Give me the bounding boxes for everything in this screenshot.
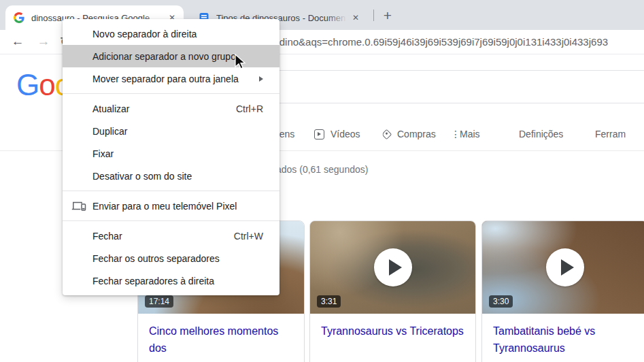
logo-letter: G: [16, 68, 39, 101]
menu-item-fechar-a-direita[interactable]: Fechar separadores à direita: [63, 269, 279, 292]
address-bar[interactable]: =dino&aqs=chrome.0.69i59j46i39j69i539j69…: [273, 36, 644, 48]
menu-item-label: Fechar separadores à direita: [92, 276, 214, 286]
close-tab-icon[interactable]: ✕: [350, 12, 362, 24]
menu-shortcut: Ctrl+R: [236, 103, 263, 114]
nav-compras[interactable]: Compras: [397, 129, 436, 139]
menu-divider: [63, 191, 279, 191]
video-duration-badge: 3:31: [317, 295, 341, 308]
video-title[interactable]: Cinco melhores momentos dos: [138, 314, 304, 357]
menu-item-enviar-para-pixel[interactable]: Enviar para o meu telemóvel Pixel: [63, 195, 279, 217]
menu-item-label: Adicionar separador a novo grupo: [92, 51, 236, 62]
menu-item-adicionar-a-grupo[interactable]: Adicionar separador a novo grupo: [63, 45, 279, 67]
nav-mais[interactable]: Mais: [460, 129, 480, 139]
menu-item-label: Atualizar: [92, 103, 129, 114]
menu-item-label: Duplicar: [92, 126, 127, 137]
video-title[interactable]: Tyrannosaurus vs Triceratops: [310, 314, 475, 340]
logo-letter: o: [39, 68, 54, 101]
tab-separator: [373, 10, 374, 21]
menu-divider: [63, 220, 279, 221]
menu-item-fechar-outros[interactable]: Fechar os outros separadores: [63, 247, 279, 269]
menu-item-fixar[interactable]: Fixar: [63, 142, 279, 165]
menu-item-label: Mover separador para outra janela: [92, 73, 239, 84]
menu-item-mover-para-janela[interactable]: Mover separador para outra janela: [63, 67, 279, 90]
video-thumbnail[interactable]: 3:30: [482, 221, 644, 314]
new-tab-button[interactable]: +: [378, 6, 397, 25]
nav-videos[interactable]: Vídeos: [331, 129, 360, 139]
menu-item-duplicar[interactable]: Duplicar: [63, 120, 279, 142]
shopping-tag-icon: [382, 129, 392, 140]
video-duration-badge: 17:14: [145, 295, 173, 308]
video-thumbnail[interactable]: 3:31: [310, 221, 475, 314]
forward-icon[interactable]: →: [34, 32, 53, 51]
menu-shortcut: Ctrl+W: [234, 231, 263, 242]
menu-item-atualizar[interactable]: Atualizar Ctrl+R: [63, 97, 279, 120]
results-stats: ados (0,61 segundos): [276, 164, 368, 175]
tab-title-fade: [326, 8, 347, 27]
menu-item-label: Desativar o som do site: [92, 171, 192, 182]
back-icon[interactable]: ←: [8, 32, 27, 51]
tab-context-menu: Novo separador à direita Adicionar separ…: [63, 19, 279, 295]
video-card[interactable]: 3:30 Tambatitanis bebé vs Tyrannosaurus: [481, 220, 644, 362]
more-vertical-icon: ⋮: [451, 129, 460, 139]
devices-icon: [71, 201, 86, 214]
submenu-arrow-icon: [259, 76, 263, 82]
play-icon: [546, 248, 584, 286]
browser-window: dinossauro - Pesquisa Google ✕ Tipos de …: [0, 0, 644, 362]
menu-item-novo-separador[interactable]: Novo separador à direita: [63, 22, 279, 45]
menu-item-label: Fechar os outros separadores: [92, 253, 220, 264]
video-duration-badge: 3:30: [489, 295, 513, 308]
videos-icon: [314, 129, 324, 139]
nav-ferramentas-partial[interactable]: Ferram: [595, 129, 626, 139]
video-card[interactable]: 3:31 Tyrannosaurus vs Triceratops: [309, 220, 476, 362]
video-title[interactable]: Tambatitanis bebé vs Tyrannosaurus: [482, 314, 644, 357]
menu-item-label: Fixar: [92, 148, 114, 159]
menu-divider: [63, 93, 279, 94]
menu-item-fechar[interactable]: Fechar Ctrl+W: [63, 225, 279, 247]
menu-item-label: Fechar: [92, 231, 122, 242]
nav-definicoes[interactable]: Definições: [519, 129, 563, 139]
google-favicon-icon: [14, 12, 24, 23]
menu-item-desativar-som[interactable]: Desativar o som do site: [63, 165, 279, 187]
menu-item-label: Novo separador à direita: [92, 29, 197, 39]
play-icon: [374, 248, 412, 286]
menu-item-label: Enviar para o meu telemóvel Pixel: [92, 201, 237, 212]
